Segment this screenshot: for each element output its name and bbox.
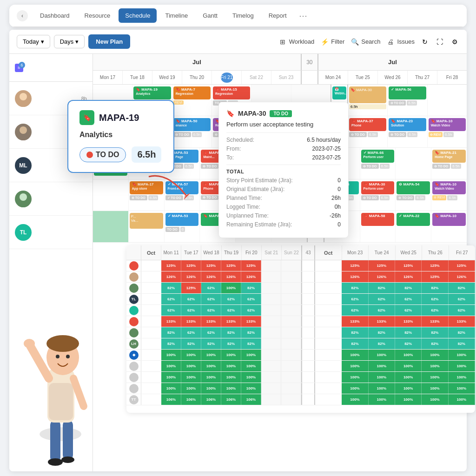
wl-cell[interactable]: 82% bbox=[422, 283, 448, 293]
task-mapa21[interactable]: 🔖 MAPA-21 Home Page bbox=[432, 150, 466, 163]
wl-cell[interactable]: 82% bbox=[201, 338, 221, 349]
wl-cell[interactable]: 62% bbox=[422, 305, 448, 316]
nav-more-button[interactable]: ⋯ bbox=[295, 9, 311, 23]
tab-timelog[interactable]: Timelog bbox=[226, 8, 260, 23]
feature-card[interactable]: 🔖 MAPA-19 Analytics TO DO 6.5h bbox=[67, 100, 174, 173]
wl-cell[interactable]: 126% bbox=[181, 271, 201, 282]
wl-cell[interactable]: 106% bbox=[241, 394, 261, 405]
wl-cell[interactable]: 126% bbox=[395, 271, 422, 282]
wl-cell[interactable]: 125% bbox=[181, 283, 201, 293]
settings-icon[interactable]: ⚙ bbox=[450, 37, 459, 46]
wl-cell[interactable]: 82% bbox=[342, 283, 368, 293]
wl-cell[interactable]: 100% bbox=[449, 394, 475, 405]
wl-cell[interactable]: 106% bbox=[221, 394, 241, 405]
task-mapa30-highlight[interactable]: 🔖 MAPA-30 bbox=[349, 86, 386, 103]
fullscreen-icon[interactable]: ⛶ bbox=[435, 37, 444, 46]
wl-cell[interactable]: 125% bbox=[422, 271, 448, 282]
wl-cell[interactable]: 82% bbox=[369, 338, 395, 349]
wl-cell[interactable]: 100% bbox=[369, 350, 395, 360]
wl-cell[interactable]: 125% bbox=[201, 260, 221, 271]
wl-cell[interactable]: 62% bbox=[181, 327, 201, 338]
wl-cell[interactable]: 133% bbox=[241, 316, 261, 327]
task-mapa7[interactable]: 🔖 MAPA-7 Regression bbox=[173, 86, 211, 99]
wl-cell[interactable]: 133% bbox=[422, 316, 448, 327]
tab-timeline[interactable]: Timeline bbox=[159, 8, 194, 23]
wl-cell[interactable]: 100% bbox=[449, 383, 475, 394]
wl-cell[interactable]: 133% bbox=[369, 316, 395, 327]
task-mapa54[interactable]: ⊖ MAPA-54 bbox=[397, 181, 430, 194]
tab-dashboard[interactable]: Dashboard bbox=[33, 8, 76, 23]
wl-cell[interactable]: 106% bbox=[161, 394, 181, 405]
task-p-va[interactable]: P...Va... bbox=[130, 213, 163, 229]
wl-cell[interactable]: 62% bbox=[449, 305, 475, 316]
task-mapa10[interactable]: 🔖 MAPA-10 Watch Video bbox=[429, 118, 466, 131]
issues-button[interactable]: 🖨 Issues bbox=[386, 37, 415, 46]
task-mapa56[interactable]: ✓ MAPA-56 bbox=[389, 86, 426, 99]
wl-cell[interactable]: 100% bbox=[181, 383, 201, 394]
search-button[interactable]: 🔍 Search bbox=[350, 37, 380, 46]
tab-report[interactable]: Report bbox=[262, 8, 293, 23]
wl-cell[interactable]: 100% bbox=[161, 372, 181, 383]
task-mapa53-r5[interactable]: ✓ MAPA-53 bbox=[165, 213, 199, 226]
wl-cell[interactable]: 100% bbox=[221, 283, 241, 293]
filter-button[interactable]: ⚡ Filter bbox=[320, 37, 344, 46]
wl-cell[interactable]: 100% bbox=[422, 394, 448, 405]
wl-cell[interactable]: 100% bbox=[369, 394, 395, 405]
wl-cell[interactable]: 133% bbox=[342, 316, 368, 327]
wl-cell[interactable]: 126% bbox=[161, 271, 181, 282]
wl-cell[interactable]: 62% bbox=[201, 294, 221, 304]
wl-cell[interactable]: 82% bbox=[395, 327, 422, 338]
wl-cell[interactable]: 100% bbox=[449, 361, 475, 371]
wl-cell[interactable]: 125% bbox=[395, 260, 422, 271]
wl-cell[interactable]: 100% bbox=[342, 383, 368, 394]
wl-cell[interactable]: 62% bbox=[221, 294, 241, 304]
wl-cell[interactable]: 62% bbox=[395, 305, 422, 316]
wl-cell[interactable]: 125% bbox=[241, 260, 261, 271]
wl-cell[interactable]: 100% bbox=[342, 350, 368, 360]
wl-cell[interactable]: 82% bbox=[369, 327, 395, 338]
task-mapa19[interactable]: 🔖 MAPA-19 Analytics bbox=[133, 86, 171, 99]
wl-cell[interactable]: 100% bbox=[395, 394, 422, 405]
wl-cell[interactable]: 82% bbox=[241, 338, 261, 349]
wl-cell[interactable]: 82% bbox=[395, 283, 422, 293]
wl-cell[interactable]: 100% bbox=[449, 372, 475, 383]
wl-cell[interactable]: 62% bbox=[342, 305, 368, 316]
wl-cell[interactable]: 100% bbox=[241, 383, 261, 394]
days-button[interactable]: Days ▾ bbox=[54, 35, 85, 48]
wl-cell[interactable]: 133% bbox=[201, 316, 221, 327]
wl-cell[interactable]: 106% bbox=[181, 394, 201, 405]
task-mapa22[interactable]: ✓ MAPA-22 bbox=[397, 213, 430, 226]
wl-cell[interactable]: 100% bbox=[449, 350, 475, 360]
wl-cell[interactable]: 100% bbox=[201, 350, 221, 360]
wl-cell[interactable]: 100% bbox=[369, 383, 395, 394]
wl-cell[interactable]: 125% bbox=[342, 260, 368, 271]
wl-cell[interactable]: 100% bbox=[369, 361, 395, 371]
today-button[interactable]: Today ▾ bbox=[17, 35, 50, 48]
task-mapa58[interactable]: 🔖 MAPA-58 bbox=[361, 213, 395, 226]
wl-cell[interactable]: 125% bbox=[369, 260, 395, 271]
task-mapa10-r5[interactable]: 🔖 MAPA-10 bbox=[432, 213, 466, 226]
task-mapa50[interactable]: 🔖 MAPA-50 enance bbox=[173, 118, 211, 131]
wl-cell[interactable]: 100% bbox=[422, 383, 448, 394]
wl-cell[interactable]: 100% bbox=[201, 372, 221, 383]
wl-cell[interactable]: 100% bbox=[422, 361, 448, 371]
wl-cell[interactable]: 82% bbox=[161, 283, 181, 293]
tab-schedule[interactable]: Schedule bbox=[119, 8, 157, 23]
wl-cell[interactable]: 100% bbox=[201, 383, 221, 394]
wl-cell[interactable]: 82% bbox=[161, 338, 181, 349]
wl-cell[interactable]: 100% bbox=[181, 361, 201, 371]
wl-cell[interactable]: 100% bbox=[241, 372, 261, 383]
wl-cell[interactable]: 82% bbox=[161, 327, 181, 338]
wl-cell[interactable]: 133% bbox=[181, 316, 201, 327]
wl-cell[interactable]: 62% bbox=[201, 283, 221, 293]
wl-cell[interactable]: 62% bbox=[181, 305, 201, 316]
wl-cell[interactable]: 100% bbox=[181, 350, 201, 360]
wl-cell[interactable]: 100% bbox=[241, 361, 261, 371]
wl-cell[interactable]: 133% bbox=[449, 316, 475, 327]
wl-cell[interactable]: 126% bbox=[369, 271, 395, 282]
wl-cell[interactable]: 100% bbox=[342, 361, 368, 371]
wl-cell[interactable]: 125% bbox=[181, 260, 201, 271]
wl-cell[interactable]: 100% bbox=[201, 361, 221, 371]
task-mapa15[interactable]: 🔖 MAPA-15 Regression bbox=[213, 86, 250, 99]
wl-cell[interactable]: 82% bbox=[449, 338, 475, 349]
